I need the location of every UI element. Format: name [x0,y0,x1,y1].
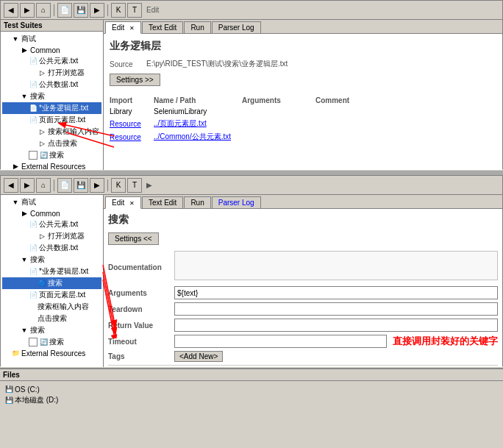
file-icon2: 📄 [29,80,38,89]
t-btn[interactable]: T [127,3,142,18]
tab-edit-close[interactable]: ✕ [129,25,135,32]
tab-edit-close-b[interactable]: ✕ [129,200,135,207]
source-row: Source E:\py\RIDE_TEST\测试\搜索\业务逻辑层.txt [110,59,496,69]
tree-item-click-search-b[interactable]: 点击搜索 [2,313,101,324]
tree-item-search-kw-b[interactable]: 🔵 搜索 [2,277,101,289]
k-btn[interactable]: K [111,3,126,18]
file-icon4: 📄 [29,115,38,124]
sep3 [54,179,54,191]
tab-parser-log[interactable]: Parser Log [212,21,261,33]
tree-item-input-content[interactable]: ▷ 搜索框输入内容 [2,126,101,138]
teardown-row: Teardown [108,302,498,316]
run-btn[interactable]: ▶ [90,3,104,18]
tree-item-ext-res[interactable]: ▶ External Resources [2,161,101,170]
tree-item-click-search[interactable]: ▷ 点击搜索 [2,138,101,149]
tree-item-label: 搜索 [48,278,63,288]
file-icon: 📄 [29,57,38,65]
k-btn2[interactable]: K [111,178,126,193]
forward-btn[interactable]: ▶ [20,3,35,18]
back-btn[interactable]: ◀ [4,3,18,18]
tree-content: ▼ 商试 ▶ Common 📄 公共元素.txt ▷ 打开浏览器 📄 公 [1,32,103,170]
top-tab-bar: Edit ✕ Text Edit Run Parser Log [104,20,502,34]
tree-item-pub-data-b[interactable]: 📄 公共数据.txt [2,242,101,254]
kw-icon2: ▷ [38,127,46,136]
import-section: Import Name / Path Arguments Comment Lib… [110,96,496,142]
return-label: Return Value [108,321,174,330]
save-btn2[interactable]: 💾 [74,178,88,193]
settings-btn-b[interactable]: Settings << [108,232,159,245]
tree-item-biz-logic[interactable]: 📄 *业务逻辑层.txt [2,102,101,114]
settings-btn[interactable]: Settings >> [110,74,160,86]
file-item-os-d[interactable]: 💾 本地磁盘 (D:) [3,394,500,406]
home-btn2[interactable]: ⌂ [36,178,51,193]
tree-item-label: 搜索框输入内容 [48,127,99,137]
resource1-value[interactable]: ../页面元素层.txt [154,118,242,129]
tree-item-label: 搜索 [30,325,45,335]
return-input[interactable] [174,319,498,332]
resource1-label[interactable]: Resource [110,120,154,128]
tree-item-suite[interactable]: ▼ 商试 [2,33,101,45]
file-item-os-c[interactable]: 💾 OS (C:) [3,384,500,394]
teardown-input[interactable] [174,302,498,316]
forward-btn2[interactable]: ▶ [20,178,35,193]
resource2-label[interactable]: Resource [110,133,154,141]
t-btn2[interactable]: T [127,178,142,193]
tree-item-common[interactable]: ▶ Common [2,45,101,55]
file-icon3-b: 📄 [29,267,38,276]
tab-text-edit-b[interactable]: Text Edit [142,196,183,208]
tree-item-search2-b[interactable]: ▼ 搜索 [2,324,101,336]
tree-item-search-tc-b[interactable]: 🔄 搜索 [2,336,101,348]
args-row: Arguments [108,286,498,299]
save-btn[interactable]: 💾 [74,3,88,18]
tree-item-label: 点击搜索 [48,138,77,149]
top-content-panel: Edit ✕ Text Edit Run Parser Log 业务逻辑层 So… [104,20,502,170]
tree-item-pub-yuan[interactable]: 📄 公共元素.txt [2,55,101,67]
tab-edit[interactable]: Edit ✕ [105,21,141,34]
tree-item-page-elem-b[interactable]: 📄 页面元素层.txt [2,289,101,301]
tree-item-open-browser-b[interactable]: ▷ 打开浏览器 [2,230,101,242]
tree-item-search-tc[interactable]: 🔄 搜索 [2,149,101,161]
teardown-label: Teardown [108,305,174,313]
tab-text-edit[interactable]: Text Edit [142,21,183,33]
top-tree-panel: Test Suites ▼ 商试 ▶ Common 📄 公共元素.txt ▷ 打 [1,20,104,170]
tree-item-search-b[interactable]: ▼ 搜索 [2,254,101,266]
tree-item-page-elem[interactable]: 📄 页面元素层.txt [2,114,101,126]
file-item-label2: 本地磁盘 (D:) [15,395,58,405]
tree-item-common-b[interactable]: ▶ Common [2,208,101,218]
add-new-btn[interactable]: <Add New> [174,351,223,362]
file-item-label: OS (C:) [15,385,40,394]
tree-item-pub-yuan-b[interactable]: 📄 公共元素.txt [2,218,101,230]
file-icon3: 📄 [29,104,38,113]
tree-item-input-content-b[interactable]: 搜索框输入内容 [2,301,101,313]
kw-icon-b: ▷ [38,232,46,241]
back-btn2[interactable]: ◀ [4,178,18,193]
tree-item-biz-logic-b[interactable]: 📄 *业务逻辑层.txt [2,266,101,277]
run-btn2[interactable]: ▶ [90,178,104,193]
tab-edit-b[interactable]: Edit ✕ [105,196,141,209]
source-label: Source [110,60,146,68]
timeout-input[interactable] [174,335,387,348]
tree-item-ext-res-b[interactable]: 📁 External Resources [2,348,101,358]
home-btn[interactable]: ⌂ [36,3,51,18]
tree-item-open-browser[interactable]: ▷ 打开浏览器 [2,67,101,79]
comment-col-header: Comment [315,96,374,104]
tab-run-label-b: Run [190,199,204,207]
folder-icon2: ▼ [20,92,29,101]
tree-item-suite-b[interactable]: ▼ 商试 [2,196,101,208]
checkbox-icon [29,151,38,160]
doc-area[interactable] [174,251,498,280]
library-value: SeleniumLibrary [154,107,242,115]
args-input[interactable] [174,286,498,299]
top-window: ◀ ▶ ⌂ 📄 💾 ▶ K T Edit Test Suites ▼ 商试 ▶ … [0,0,503,169]
new-btn[interactable]: 📄 [57,3,72,18]
tree-item-label: 公共数据.txt [39,243,78,253]
resource2-value[interactable]: ../Common/公共元素.txt [154,132,242,142]
tab-parser-log-b[interactable]: Parser Log [212,196,261,208]
new-btn2[interactable]: 📄 [57,178,72,193]
tree-item-search[interactable]: ▼ 搜索 [2,90,101,102]
file-icon4-b: 📄 [29,291,38,299]
tab-run[interactable]: Run [184,21,210,33]
tab-run-b[interactable]: Run [184,196,210,208]
tree-item-label: 公共元素.txt [39,56,78,66]
tree-item-pub-data[interactable]: 📄 公共数据.txt [2,79,101,90]
